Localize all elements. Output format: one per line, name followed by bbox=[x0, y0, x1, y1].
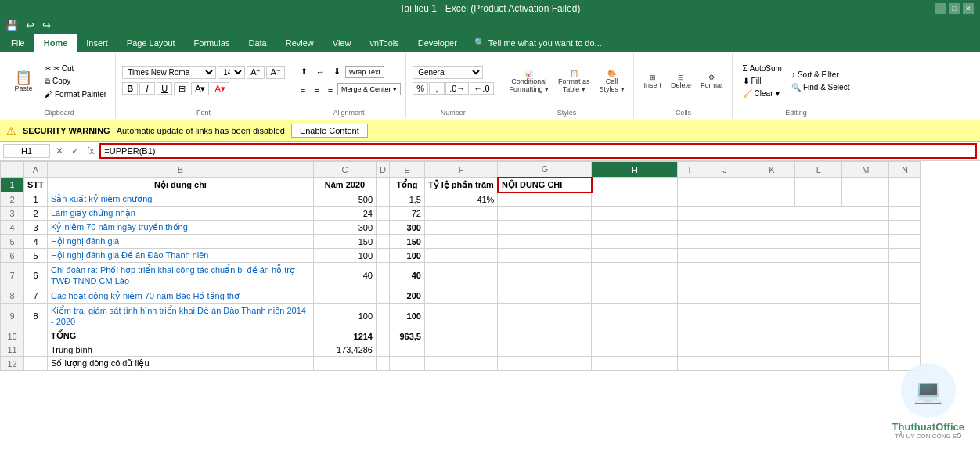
tab-vntools[interactable]: vnTools bbox=[360, 34, 408, 52]
formula-input[interactable] bbox=[99, 143, 977, 159]
cell-o10[interactable] bbox=[889, 329, 921, 343]
cell-b11[interactable]: Trung bình bbox=[48, 343, 314, 357]
cell-f11[interactable] bbox=[389, 343, 424, 357]
save-quick-btn[interactable]: 💾 bbox=[3, 19, 20, 32]
cell-d12[interactable] bbox=[377, 357, 390, 371]
cell-g3[interactable] bbox=[424, 207, 497, 221]
cell-o9[interactable] bbox=[889, 303, 921, 329]
row-num-11[interactable]: 11 bbox=[1, 343, 24, 357]
cell-a2[interactable]: 1 bbox=[24, 192, 48, 207]
fill-btn[interactable]: ⬇ Fill bbox=[739, 75, 786, 87]
cell-g12[interactable] bbox=[424, 357, 497, 371]
cell-n1[interactable] bbox=[842, 178, 889, 192]
cell-i9[interactable] bbox=[592, 303, 678, 329]
cell-d3[interactable] bbox=[377, 207, 390, 221]
cell-o4[interactable] bbox=[889, 221, 921, 235]
cell-h1[interactable]: NỘI DUNG CHI bbox=[498, 178, 592, 192]
cell-j9[interactable] bbox=[678, 303, 889, 329]
col-header-n[interactable]: N bbox=[889, 162, 921, 178]
cell-j12[interactable] bbox=[678, 357, 889, 371]
cell-a10[interactable] bbox=[24, 329, 48, 343]
cell-b1[interactable]: Nội dung chi bbox=[48, 178, 314, 192]
format-table-btn[interactable]: 📋 Format asTable ▾ bbox=[554, 67, 594, 95]
cell-o8[interactable] bbox=[889, 289, 921, 303]
increase-decimal-btn[interactable]: .0→ bbox=[445, 82, 469, 95]
row-num-5[interactable]: 5 bbox=[1, 235, 24, 249]
cell-d4[interactable] bbox=[377, 221, 390, 235]
tab-page-layout[interactable]: Page Layout bbox=[117, 34, 185, 52]
cell-n2[interactable] bbox=[842, 192, 889, 207]
cell-h6[interactable] bbox=[498, 249, 592, 263]
tab-insert[interactable]: Insert bbox=[77, 34, 117, 52]
find-select-btn[interactable]: 🔍 Find & Select bbox=[787, 81, 853, 93]
tab-view[interactable]: View bbox=[323, 34, 361, 52]
cell-c10[interactable]: 1214 bbox=[314, 329, 377, 343]
decrease-decimal-btn[interactable]: ←.0 bbox=[470, 82, 493, 95]
cell-c9[interactable]: 100 bbox=[314, 303, 377, 329]
percent-btn[interactable]: % bbox=[413, 82, 428, 95]
cell-a1[interactable]: STT bbox=[24, 178, 48, 192]
tab-developer[interactable]: Developer bbox=[409, 34, 467, 52]
cell-g6[interactable] bbox=[424, 249, 497, 263]
cell-h5[interactable] bbox=[498, 235, 592, 249]
cell-h8[interactable] bbox=[498, 289, 592, 303]
row-num-7[interactable]: 7 bbox=[1, 263, 24, 289]
cell-i10[interactable] bbox=[592, 329, 678, 343]
left-align-btn[interactable]: ≡ bbox=[297, 82, 309, 96]
cell-c11[interactable]: 173,4286 bbox=[314, 343, 377, 357]
cell-h7[interactable] bbox=[498, 263, 592, 289]
cell-f7[interactable]: 40 bbox=[389, 263, 424, 289]
undo-quick-btn[interactable]: ↩ bbox=[23, 19, 37, 32]
cell-a3[interactable]: 2 bbox=[24, 207, 48, 221]
cell-o6[interactable] bbox=[889, 249, 921, 263]
cell-f5[interactable]: 150 bbox=[389, 235, 424, 249]
delete-cells-btn[interactable]: ⊟ Delete bbox=[667, 71, 695, 92]
cell-a6[interactable]: 5 bbox=[24, 249, 48, 263]
cell-c8[interactable] bbox=[314, 289, 377, 303]
cell-o2[interactable] bbox=[889, 192, 921, 207]
cell-c5[interactable]: 150 bbox=[314, 235, 377, 249]
font-size-select[interactable]: 14 bbox=[218, 66, 245, 79]
cell-h4[interactable] bbox=[498, 221, 592, 235]
cell-d5[interactable] bbox=[377, 235, 390, 249]
cell-c12[interactable] bbox=[314, 357, 377, 371]
cell-h9[interactable] bbox=[498, 303, 592, 329]
col-header-i[interactable]: I bbox=[678, 162, 701, 178]
cell-f8[interactable]: 200 bbox=[389, 289, 424, 303]
cell-b8[interactable]: Các hoạt động kỷ niệm 70 năm Bác Hồ tặng… bbox=[48, 289, 314, 303]
cell-g4[interactable] bbox=[424, 221, 497, 235]
cell-i4[interactable] bbox=[592, 221, 678, 235]
cell-b7[interactable]: Chi đoàn ra: Phối hợp triển khai công tá… bbox=[48, 263, 314, 289]
row-num-4[interactable]: 4 bbox=[1, 221, 24, 235]
row-num-6[interactable]: 6 bbox=[1, 249, 24, 263]
cell-o1[interactable] bbox=[889, 178, 921, 192]
center-align-btn[interactable]: ≡ bbox=[310, 82, 322, 96]
cell-f12[interactable] bbox=[389, 357, 424, 371]
cell-i12[interactable] bbox=[592, 357, 678, 371]
cell-i11[interactable] bbox=[592, 343, 678, 357]
cell-b10[interactable]: TỔNG bbox=[48, 329, 314, 343]
row-num-9[interactable]: 9 bbox=[1, 303, 24, 329]
cell-a11[interactable] bbox=[24, 343, 48, 357]
cell-d1[interactable] bbox=[377, 178, 390, 192]
cell-j11[interactable] bbox=[678, 343, 889, 357]
cell-h2[interactable] bbox=[498, 192, 592, 207]
cell-o5[interactable] bbox=[889, 235, 921, 249]
font-family-select[interactable]: Times New Roma bbox=[122, 66, 216, 79]
cell-b12[interactable]: Số lượng dòng có dữ liệu bbox=[48, 357, 314, 371]
cell-d10[interactable] bbox=[377, 329, 390, 343]
cell-g8[interactable] bbox=[424, 289, 497, 303]
cell-i2[interactable] bbox=[592, 192, 678, 207]
cell-f1[interactable]: Tổng bbox=[389, 178, 424, 192]
col-header-j[interactable]: J bbox=[701, 162, 748, 178]
cell-d8[interactable] bbox=[377, 289, 390, 303]
border-btn[interactable]: ⊞ bbox=[174, 82, 189, 95]
align-middle-btn[interactable]: ↔ bbox=[312, 65, 329, 79]
tab-home[interactable]: Home bbox=[34, 34, 77, 52]
insert-function-icon[interactable]: fx bbox=[85, 145, 96, 157]
cell-c2[interactable]: 500 bbox=[314, 192, 377, 207]
cell-b3[interactable]: Làm giấy chứng nhận bbox=[48, 207, 314, 221]
cell-j2[interactable] bbox=[678, 192, 701, 207]
cell-i3[interactable] bbox=[592, 207, 678, 221]
row-num-10[interactable]: 10 bbox=[1, 329, 24, 343]
